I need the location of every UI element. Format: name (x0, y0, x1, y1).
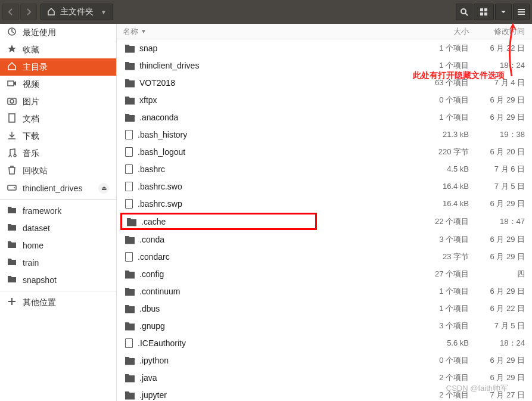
sidebar-item-回收站[interactable]: 回收站 (0, 162, 116, 179)
file-row[interactable]: .anaconda1 个项目6 月 29 日 (117, 108, 532, 126)
sidebar-item-home[interactable]: home (0, 237, 116, 254)
file-row[interactable]: snap1 个项目6 月 22 日 (117, 39, 532, 57)
file-size: 4.5 kB (421, 164, 472, 173)
sidebar-item-图片[interactable]: 图片 (0, 93, 116, 110)
sidebar-item-thinclient_drives[interactable]: thinclient_drives⏏ (0, 179, 116, 197)
sidebar-item-视频[interactable]: 视频 (0, 76, 116, 93)
file-size: 23 字节 (421, 251, 472, 262)
file-row[interactable]: .bash_history21.3 kB19：38 (117, 126, 532, 143)
svg-rect-1 (480, 8, 483, 11)
folder-icon (7, 257, 17, 268)
file-size: 3 个项目 (421, 321, 472, 331)
column-name[interactable]: 名称 ▼ (117, 24, 421, 39)
file-row[interactable]: .dbus1 个项目6 月 22 日 (117, 300, 532, 317)
annotation-text: 此处有打开隐藏文件选项 (413, 70, 505, 81)
trash-icon (7, 165, 17, 176)
file-row[interactable]: .ipython0 个项目6 月 29 日 (117, 352, 532, 369)
watermark: CSDN @faith帅军 (446, 383, 508, 394)
chevron-down-icon: ▼ (101, 9, 107, 15)
file-name: .gnupg (139, 321, 165, 331)
path-bar[interactable]: 主文件夹 ▼ (41, 4, 113, 20)
sidebar-item-音乐[interactable]: 音乐 (0, 145, 116, 162)
file-name: VOT2018 (139, 78, 175, 88)
file-icon (125, 130, 133, 139)
view-options-button[interactable] (495, 4, 512, 20)
file-row[interactable]: .gnupg3 个项目7 月 5 日 (117, 317, 532, 334)
sidebar-item-label: 最近使用 (23, 27, 56, 38)
file-row[interactable]: .bashrc.swo16.4 kB7 月 5 日 (117, 178, 532, 195)
svg-rect-5 (518, 9, 525, 10)
forward-button[interactable] (20, 4, 37, 20)
file-row[interactable]: .bash_logout220 字节6 月 20 日 (117, 143, 532, 160)
file-name: snap (139, 43, 157, 53)
sidebar-item-其他位置[interactable]: 其他位置 (0, 294, 116, 311)
sidebar-item-收藏[interactable]: 收藏 (0, 41, 116, 58)
sidebar-item-label: home (23, 241, 43, 250)
back-button[interactable] (2, 4, 19, 20)
file-name: .anaconda (139, 113, 178, 122)
drive-icon (7, 182, 17, 194)
folder-icon (7, 274, 17, 285)
folder-icon (125, 43, 135, 53)
column-mtime[interactable]: 修改时间 (472, 24, 532, 39)
file-mtime: 6 月 29 日 (472, 251, 532, 262)
sidebar-item-framework[interactable]: framework (0, 202, 116, 219)
file-size: 16.4 kB (421, 199, 472, 208)
file-mtime: 6 月 20 日 (472, 147, 532, 157)
file-name: .dbus (139, 304, 160, 313)
highlight-box: .cache (120, 213, 317, 230)
file-row[interactable]: .bashrc4.5 kB7 月 6 日 (117, 160, 532, 178)
folder-icon (125, 390, 135, 400)
music-icon (7, 148, 17, 159)
file-row[interactable]: xftpx0 个项目6 月 29 日 (117, 91, 532, 108)
file-row[interactable]: .config27 个项目四 (117, 265, 532, 282)
sidebar-item-主目录[interactable]: 主目录 (0, 58, 116, 76)
folder-icon (125, 356, 135, 365)
eject-icon[interactable]: ⏏ (98, 183, 109, 194)
file-name: .continuum (139, 287, 180, 296)
search-button[interactable] (456, 4, 472, 20)
sidebar-item-最近使用[interactable]: 最近使用 (0, 24, 116, 41)
file-row[interactable]: .bashrc.swp16.4 kB6 月 29 日 (117, 195, 532, 212)
folder-icon (125, 235, 135, 244)
file-mtime: 6 月 29 日 (472, 234, 532, 245)
file-name: .cache (141, 217, 166, 226)
svg-point-11 (10, 100, 14, 103)
folder-icon (125, 304, 135, 313)
sidebar-item-train[interactable]: train (0, 254, 116, 271)
column-size[interactable]: 大小 (421, 24, 472, 39)
sidebar-item-snapshot[interactable]: snapshot (0, 271, 116, 288)
file-list: snap1 个项目6 月 22 日thinclient_drives1 个项目1… (117, 39, 532, 401)
star-icon (7, 44, 17, 55)
svg-point-0 (461, 9, 466, 14)
file-size: 1 个项目 (421, 303, 472, 314)
file-size: 5.6 kB (421, 338, 472, 347)
sidebar-item-文档[interactable]: 文档 (0, 110, 116, 128)
svg-rect-12 (9, 114, 15, 122)
file-name: thinclient_drives (139, 61, 199, 70)
view-grid-button[interactable] (474, 4, 494, 20)
folder-icon (125, 61, 135, 70)
file-mtime: 6 月 29 日 (472, 198, 532, 209)
camera-icon (7, 96, 17, 107)
folder-icon (125, 287, 135, 296)
file-row[interactable]: .continuum1 个项目6 月 29 日 (117, 282, 532, 300)
sidebar-item-label: train (23, 258, 39, 268)
sidebar-item-dataset[interactable]: dataset (0, 219, 116, 237)
folder-icon (125, 269, 135, 279)
folder-icon (7, 205, 17, 216)
sidebar-item-label: 视频 (23, 79, 39, 90)
file-mtime: 19：38 (472, 129, 532, 140)
file-row[interactable]: .conda3 个项目6 月 29 日 (117, 231, 532, 248)
file-mtime: 7 月 5 日 (472, 321, 532, 331)
file-name: .bashrc (138, 164, 165, 174)
file-row[interactable]: .condarc23 字节6 月 29 日 (117, 248, 532, 265)
file-size: 27 个项目 (421, 269, 472, 279)
file-size: 0 个项目 (421, 355, 472, 366)
file-row[interactable]: .ICEauthority5.6 kB18：24 (117, 334, 532, 352)
menu-button[interactable] (513, 4, 530, 20)
toolbar: 主文件夹 ▼ (0, 0, 532, 24)
home-icon (47, 7, 55, 17)
file-row[interactable]: .cache22 个项目18：47 (117, 212, 532, 231)
sidebar-item-下载[interactable]: 下载 (0, 128, 116, 145)
